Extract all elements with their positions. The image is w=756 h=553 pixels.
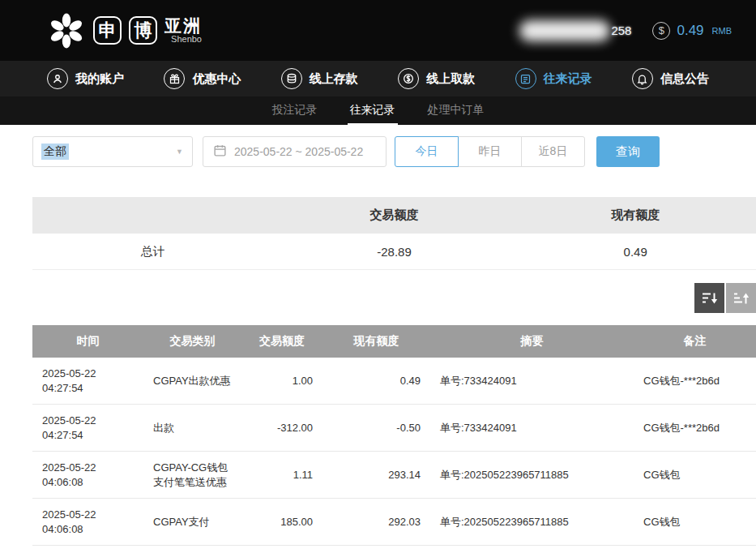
col-header-note: 备注 — [634, 325, 756, 358]
user-icon — [47, 68, 68, 89]
main-navigation: 我的账户 优惠中心 线上存款 线上取款 — [0, 61, 756, 96]
records-icon — [515, 68, 536, 89]
nav-item-my-account[interactable]: 我的账户 — [47, 68, 124, 89]
cell-type: CGPAY出款优惠 — [143, 358, 241, 405]
col-header-amount: 交易额度 — [241, 325, 322, 358]
nav-label: 线上存款 — [310, 71, 358, 87]
summary-total-amount: -28.89 — [274, 234, 515, 269]
brand-logo[interactable]: 申 博 亚洲 Shenbo — [47, 11, 202, 50]
top-header: 申 博 亚洲 Shenbo 258 $ 0.49 RMB — [0, 0, 756, 61]
summary-total-balance: 0.49 — [515, 234, 756, 269]
coins-icon — [281, 68, 302, 89]
cell-note: CG钱包-***2b6d — [634, 358, 756, 405]
cell-amount: 185.00 — [241, 499, 322, 546]
date-range-value: 2025-05-22 ~ 2025-05-22 — [234, 145, 363, 158]
sort-controls — [0, 283, 756, 313]
nav-item-announcements[interactable]: 信息公告 — [632, 68, 709, 89]
cell-amount: 1.00 — [241, 358, 322, 405]
banknote-icon — [398, 68, 419, 89]
table-row: 2025-05-22 04:06:08 CGPAY支付 185.00 292.0… — [32, 499, 756, 546]
summary-header-balance: 现有额度 — [515, 197, 756, 234]
nav-item-promotions[interactable]: 优惠中心 — [164, 68, 241, 89]
sort-ascending-button[interactable] — [726, 283, 756, 313]
account-number-masked: 258 — [519, 19, 631, 42]
cell-type: CGPAY-CG钱包支付笔笔送优惠 — [143, 452, 241, 499]
nav-label: 我的账户 — [75, 71, 124, 87]
cell-time: 2025-05-22 04:06:08 — [32, 452, 143, 499]
date-range-picker[interactable]: 2025-05-22 ~ 2025-05-22 — [203, 136, 387, 167]
account-blur-blob — [519, 20, 610, 41]
table-row: 2025-05-22 04:04:21 存款/取款/打码/损益 28.00 10… — [32, 546, 756, 553]
summary-header-blank — [32, 197, 274, 234]
cell-time: 2025-05-22 04:04:21 — [32, 546, 143, 553]
nav-item-deposit[interactable]: 线上存款 — [281, 68, 358, 89]
today-button[interactable]: 今日 — [395, 136, 459, 167]
tab-processing-orders[interactable]: 处理中订单 — [425, 96, 487, 125]
balance-display[interactable]: $ 0.49 RMB — [652, 22, 732, 40]
nav-label: 信息公告 — [660, 71, 709, 87]
dollar-coin-icon: $ — [652, 22, 670, 40]
tab-betting-records[interactable]: 投注记录 — [270, 96, 320, 125]
selected-type: 全部 — [41, 144, 69, 160]
table-row: 2025-05-22 04:27:54 CGPAY出款优惠 1.00 0.49 … — [32, 358, 756, 405]
cell-summary: 单号:202505223965711885 — [430, 499, 634, 546]
logo-char-bo: 博 — [129, 16, 157, 45]
cell-summary: 单号:202505223965711885 — [430, 452, 634, 499]
summary-table: 交易额度 现有额度 总计 -28.89 0.49 — [32, 197, 756, 270]
sub-navigation: 投注记录 往来记录 处理中订单 — [0, 96, 756, 125]
nav-label: 往来记录 — [544, 71, 592, 87]
cell-type: 出款 — [143, 405, 241, 452]
balance-currency: RMB — [712, 26, 732, 36]
yesterday-button[interactable]: 昨日 — [458, 136, 522, 167]
logo-region: 亚洲 Shenbo — [164, 17, 202, 45]
cell-time: 2025-05-22 04:06:08 — [32, 499, 143, 546]
nav-label: 线上取款 — [426, 71, 475, 87]
cell-balance: 107.03 — [322, 546, 430, 553]
last-8-days-button[interactable]: 近8日 — [521, 136, 585, 167]
cell-amount: -312.00 — [241, 405, 322, 452]
cell-note — [634, 546, 756, 553]
summary-header-row: 交易额度 现有额度 — [32, 197, 756, 234]
summary-total-label: 总计 — [32, 234, 274, 269]
balance-amount: 0.49 — [677, 23, 703, 39]
transaction-records-table: 时间 交易类别 交易额度 现有额度 摘要 备注 2025-05-22 04:27… — [32, 325, 756, 553]
cell-summary: 单号:733424091 — [430, 358, 634, 405]
sort-descending-button[interactable] — [694, 283, 724, 313]
cell-balance: 0.49 — [322, 358, 430, 405]
cell-amount: 28.00 — [241, 546, 322, 553]
flower-logo-icon — [47, 11, 86, 50]
cell-type: CGPAY支付 — [143, 499, 241, 546]
cell-balance: 292.03 — [322, 499, 430, 546]
logo-char-shen: 申 — [93, 16, 122, 45]
col-header-balance: 现有额度 — [322, 325, 430, 358]
cell-time: 2025-05-22 04:27:54 — [32, 405, 143, 452]
tab-transaction-records[interactable]: 往来记录 — [348, 96, 398, 125]
gift-icon — [164, 68, 185, 89]
cell-summary: 单号:733424091 — [430, 405, 634, 452]
cell-amount: 1.11 — [241, 452, 322, 499]
nav-item-withdraw[interactable]: 线上取款 — [398, 68, 475, 89]
nav-label: 优惠中心 — [192, 71, 241, 87]
search-button[interactable]: 查询 — [596, 136, 660, 167]
calendar-icon — [213, 144, 227, 160]
summary-header-amount: 交易额度 — [274, 197, 515, 234]
logo-brand-en: Shenbo — [164, 35, 202, 45]
col-header-time: 时间 — [32, 325, 143, 358]
col-header-summary: 摘要 — [430, 325, 634, 358]
logo-region-cn: 亚洲 — [164, 17, 202, 35]
chevron-down-icon: ▼ — [176, 148, 183, 156]
nav-item-transaction-records[interactable]: 往来记录 — [515, 68, 592, 89]
col-header-type: 交易类别 — [143, 325, 241, 358]
cell-balance: 293.14 — [322, 452, 430, 499]
quick-range-group: 今日 昨日 近8日 — [395, 136, 585, 167]
transaction-type-select[interactable]: 全部 ▼ — [32, 136, 193, 167]
cell-note: CG钱包 — [634, 452, 756, 499]
cell-balance: -0.50 — [322, 405, 430, 452]
cell-note: CG钱包-***2b6d — [634, 405, 756, 452]
table-row: 2025-05-22 04:27:54 出款 -312.00 -0.50 单号:… — [32, 405, 756, 452]
filter-bar: 全部 ▼ 2025-05-22 ~ 2025-05-22 今日 昨日 近8日 查… — [32, 136, 756, 167]
table-row: 2025-05-22 04:06:08 CGPAY-CG钱包支付笔笔送优惠 1.… — [32, 452, 756, 499]
cell-time: 2025-05-22 04:27:54 — [32, 358, 143, 405]
cell-note: CG钱包 — [634, 499, 756, 546]
cell-type: 存款/取款/打码/损益 — [143, 546, 241, 553]
